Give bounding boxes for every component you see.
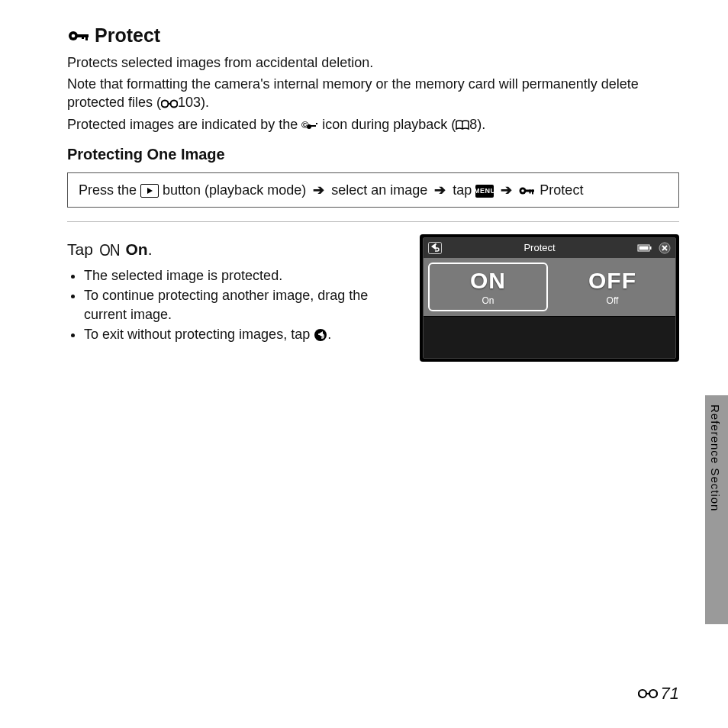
- key-icon: [67, 27, 90, 44]
- page-number: 71: [638, 682, 679, 705]
- procedure-box: Press the button (playback mode) ➔ selec…: [67, 172, 679, 208]
- bullet3-suffix: .: [327, 327, 331, 342]
- reference-link-icon: [638, 688, 658, 700]
- lcd-bottom: [424, 316, 675, 358]
- intro-para-1: Protects selected images from accidental…: [67, 53, 679, 72]
- option-off-big: OFF: [554, 266, 671, 297]
- step-c: select an image: [331, 182, 431, 198]
- svg-rect-13: [532, 190, 533, 195]
- step-title-b: On: [121, 240, 148, 258]
- protected-indicator-icon: ©: [301, 119, 318, 131]
- page-title: Protect: [67, 23, 679, 49]
- svg-point-23: [649, 690, 657, 697]
- arrow-icon: ➔: [431, 182, 449, 198]
- step-heading: Tap ON On.: [67, 239, 401, 262]
- divider: [67, 221, 679, 222]
- intro-para-3: Protected images are indicated by the © …: [67, 115, 679, 134]
- svg-point-22: [639, 690, 646, 697]
- step-e: Protect: [540, 182, 583, 198]
- step-a: Press the: [79, 182, 140, 198]
- para3-b: icon during playback (: [318, 117, 456, 132]
- section-label: Reference Section: [707, 404, 723, 511]
- lcd-inner: Protect ON On: [423, 237, 676, 359]
- svg-marker-9: [147, 188, 153, 194]
- svg-rect-14: [530, 190, 531, 194]
- para2-ref: 103).: [178, 95, 209, 110]
- option-off[interactable]: OFF Off: [554, 263, 671, 312]
- svg-rect-3: [85, 34, 88, 40]
- back-circle-icon: [314, 328, 327, 342]
- page: Protect Protects selected images from ac…: [0, 0, 728, 728]
- battery-icon: [637, 243, 652, 253]
- para2-text-a: Note that formatting the camera's intern…: [67, 76, 639, 110]
- bullet3-text: To exit without protecting images, tap: [84, 327, 314, 342]
- subheading: Protecting One Image: [67, 144, 679, 165]
- svg-point-1: [72, 34, 76, 38]
- para3-ref: 8).: [469, 117, 485, 132]
- option-off-label: Off: [554, 295, 671, 307]
- title-text: Protect: [95, 23, 160, 49]
- playback-button-icon: [140, 184, 159, 198]
- on-glyph-icon: ON: [99, 239, 119, 262]
- para3-a: Protected images are indicated by the: [67, 117, 301, 132]
- svg-point-5: [162, 100, 169, 107]
- book-ref-icon: [456, 120, 469, 130]
- bullet-list: The selected image is protected. To cont…: [67, 266, 401, 343]
- key-icon: [519, 185, 536, 196]
- lcd-title: Protect: [523, 241, 555, 255]
- svg-point-11: [522, 189, 525, 192]
- instruction-column: Tap ON On. The selected image is protect…: [67, 234, 401, 345]
- menu-icon: MENU: [475, 185, 494, 198]
- svg-rect-20: [650, 246, 652, 250]
- list-item: The selected image is protected.: [84, 266, 401, 285]
- page-number-text: 71: [661, 682, 679, 705]
- content-row: Tap ON On. The selected image is protect…: [67, 234, 679, 362]
- list-item: To continue protecting another image, dr…: [84, 286, 401, 324]
- step-b: button (playback mode): [163, 182, 310, 198]
- option-on[interactable]: ON On: [428, 263, 548, 312]
- lcd-options: ON On OFF Off: [424, 258, 675, 317]
- option-on-label: On: [430, 295, 546, 307]
- intro-para-2: Note that formatting the camera's intern…: [67, 75, 679, 112]
- close-icon[interactable]: [659, 242, 671, 254]
- back-icon[interactable]: [428, 242, 442, 254]
- period: .: [148, 240, 153, 258]
- camera-screen: Protect ON On: [420, 234, 679, 362]
- option-on-big: ON: [430, 266, 546, 297]
- list-item: To exit without protecting images, tap .: [84, 325, 401, 343]
- arrow-icon: ➔: [498, 182, 515, 198]
- svg-rect-4: [82, 34, 84, 39]
- arrow-icon: ➔: [310, 182, 327, 198]
- reference-link-icon: [161, 98, 178, 109]
- svg-point-6: [171, 100, 178, 107]
- step-title-a: Tap: [67, 240, 98, 258]
- svg-rect-19: [639, 246, 649, 250]
- step-d: tap: [453, 182, 475, 198]
- lcd-header: Protect: [424, 238, 675, 258]
